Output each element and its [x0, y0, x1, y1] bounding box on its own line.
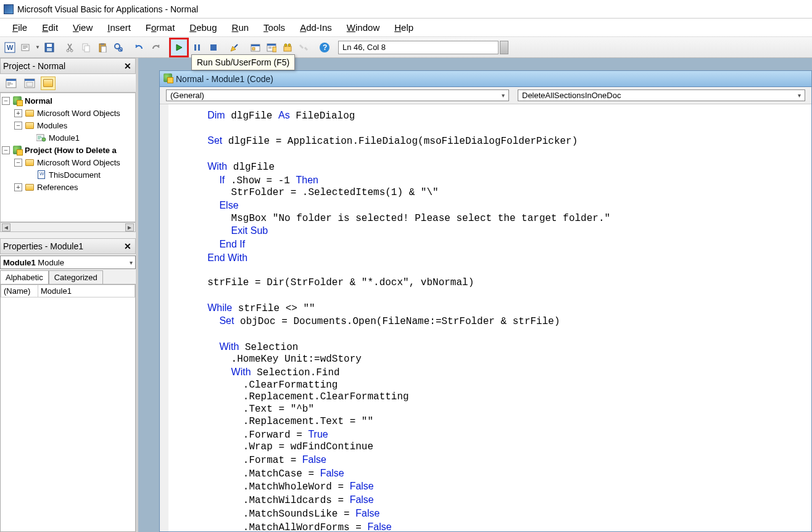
code-window-combos: (General)▾ DeleteAllSectionsInOneDoc▾	[160, 87, 811, 104]
project-icon	[12, 96, 22, 105]
tree-project2[interactable]: − Project (How to Delete a	[1, 144, 135, 156]
toolbar: W ▼ ? Ln 46, Col 8 Run Sub/UserForm (F5)	[0, 37, 812, 58]
properties-grid[interactable]: (Name) Module1	[0, 284, 136, 532]
project-explorer-icon[interactable]	[248, 40, 263, 55]
code-window-titlebar[interactable]: Normal - Module1 (Code)	[160, 71, 811, 87]
scroll-left-icon[interactable]: ◄	[2, 223, 10, 231]
scroll-right-icon[interactable]: ►	[125, 223, 134, 231]
code-window-title: Normal - Module1 (Code)	[176, 74, 273, 84]
toggle-folders-icon[interactable]	[41, 77, 56, 90]
menu-insert[interactable]: Insert	[101, 20, 137, 35]
paste-icon[interactable]	[95, 40, 110, 55]
collapse-icon[interactable]: −	[14, 159, 22, 167]
project-panel-header: Project - Normal ✕	[0, 58, 136, 74]
properties-object-combo[interactable]: Module1 Module ▾	[0, 256, 136, 269]
expand-icon[interactable]: +	[14, 109, 22, 117]
menu-file[interactable]: File	[6, 20, 33, 35]
tree-thisdocument[interactable]: ThisDocument	[1, 168, 135, 181]
project-tree[interactable]: − Normal + Microsoft Word Objects − Modu…	[0, 93, 136, 222]
code-editor[interactable]: Dim dlgFile As FileDialog Set dlgFile = …	[160, 104, 811, 531]
object-browser-icon[interactable]	[280, 40, 295, 55]
svg-rect-26	[251, 44, 260, 46]
object-combo[interactable]: (General)▾	[166, 89, 509, 101]
insert-dropdown[interactable]: ▼	[35, 44, 41, 50]
window-title: Microsoft Visual Basic for Applications …	[17, 4, 198, 14]
tree-mwo1[interactable]: + Microsoft Word Objects	[1, 107, 135, 119]
svg-rect-44	[25, 79, 35, 81]
menu-addins[interactable]: Add-Ins	[294, 20, 338, 35]
folder-icon	[25, 183, 35, 191]
redo-icon[interactable]	[148, 40, 163, 55]
toolbox-icon[interactable]	[296, 40, 311, 55]
project-h-scrollbar[interactable]: ◄ ►	[0, 222, 136, 232]
view-code-icon[interactable]	[4, 77, 19, 90]
undo-icon[interactable]	[132, 40, 147, 55]
collapse-icon[interactable]: −	[2, 146, 10, 154]
run-button[interactable]	[172, 40, 186, 55]
position-indicator: Ln 46, Col 8	[338, 41, 499, 54]
tree-normal[interactable]: − Normal	[1, 94, 135, 107]
project-panel-title: Project - Normal	[3, 61, 65, 71]
properties-panel-close[interactable]: ✕	[123, 241, 133, 251]
properties-panel-header: Properties - Module1 ✕	[0, 238, 136, 254]
svg-rect-21	[198, 44, 200, 51]
menu-format[interactable]: Format	[139, 20, 181, 35]
view-word-icon[interactable]: W	[2, 40, 17, 55]
svg-rect-14	[101, 43, 104, 45]
svg-rect-22	[210, 44, 217, 51]
properties-window-icon[interactable]	[264, 40, 279, 55]
insert-item-icon[interactable]	[19, 40, 33, 55]
tree-references[interactable]: + References	[1, 181, 135, 193]
expand-icon[interactable]: +	[14, 183, 22, 191]
module-icon	[164, 73, 172, 84]
break-button[interactable]	[190, 40, 205, 55]
find-icon[interactable]	[111, 40, 126, 55]
svg-rect-5	[23, 48, 26, 49]
reset-button[interactable]	[206, 40, 221, 55]
procedure-combo[interactable]: DeleteAllSectionsInOneDoc▾	[518, 89, 805, 101]
svg-rect-3	[23, 46, 28, 46]
menu-view[interactable]: View	[67, 20, 99, 35]
help-icon[interactable]: ?	[317, 40, 332, 55]
folder-icon	[25, 121, 35, 130]
svg-point-34	[284, 44, 287, 46]
menu-tools[interactable]: Tools	[257, 20, 291, 35]
save-icon[interactable]	[42, 40, 57, 55]
menu-help[interactable]: Help	[388, 20, 420, 35]
collapse-icon[interactable]: −	[14, 122, 22, 130]
svg-line-24	[234, 44, 238, 48]
module-icon	[36, 133, 46, 142]
svg-rect-7	[47, 44, 52, 47]
copy-icon[interactable]	[79, 40, 94, 55]
project-panel-toolbar	[0, 74, 136, 93]
svg-rect-29	[267, 44, 276, 46]
menu-bar: File Edit View Insert Format Debug Run T…	[0, 19, 812, 37]
menu-window[interactable]: Window	[341, 20, 386, 35]
property-name-cell: (Name)	[1, 285, 38, 297]
svg-point-50	[42, 138, 46, 141]
main-area: Project - Normal ✕ − Normal + Microsoft …	[0, 58, 812, 532]
menu-edit[interactable]: Edit	[36, 20, 64, 35]
properties-tabs: Alphabetic Categorized	[0, 270, 136, 284]
left-pane: Project - Normal ✕ − Normal + Microsoft …	[0, 58, 138, 532]
menu-run[interactable]: Run	[226, 20, 255, 35]
view-object-icon[interactable]	[22, 77, 37, 90]
properties-panel-title: Properties - Module1	[3, 241, 83, 251]
tab-categorized[interactable]: Categorized	[49, 270, 103, 284]
tab-alphabetic[interactable]: Alphabetic	[0, 270, 49, 284]
tree-modules[interactable]: − Modules	[1, 119, 135, 131]
code-window: Normal - Module1 (Code) (General)▾ Delet…	[159, 70, 812, 532]
cut-icon[interactable]	[63, 40, 78, 55]
property-row[interactable]: (Name) Module1	[1, 285, 135, 297]
position-indicator-end	[500, 41, 508, 54]
tree-mwo2[interactable]: − Microsoft Word Objects	[1, 156, 135, 168]
mdi-area: Normal - Module1 (Code) (General)▾ Delet…	[138, 58, 812, 532]
tree-module1[interactable]: Module1	[1, 131, 135, 144]
menu-debug[interactable]: Debug	[183, 20, 223, 35]
collapse-icon[interactable]: −	[2, 97, 10, 105]
run-button-highlight	[169, 38, 189, 57]
svg-rect-4	[23, 47, 28, 48]
property-value-cell[interactable]: Module1	[38, 285, 135, 297]
design-mode-icon[interactable]	[227, 40, 242, 55]
project-panel-close[interactable]: ✕	[123, 61, 133, 71]
